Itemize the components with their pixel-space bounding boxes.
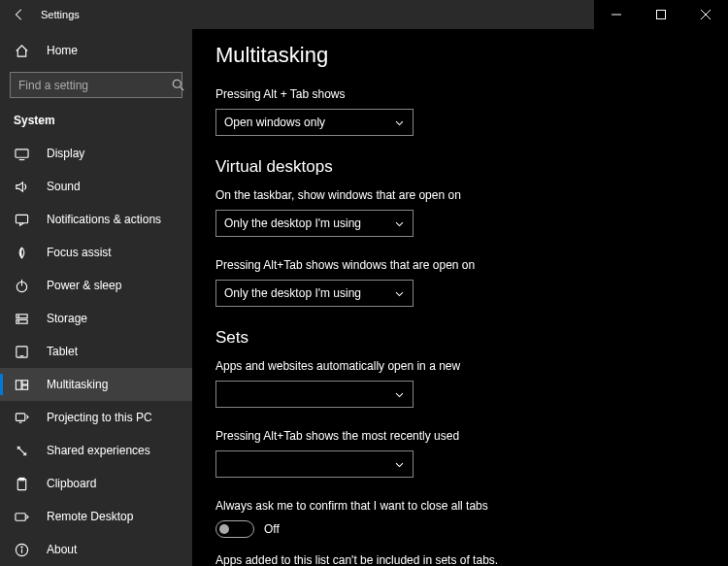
sidebar-item-notifications[interactable]: Notifications & actions (0, 203, 192, 236)
svg-rect-24 (15, 513, 24, 520)
sidebar-item-label: Shared experiences (47, 444, 150, 457)
sidebar-item-clipboard[interactable]: Clipboard (0, 467, 192, 500)
svg-rect-8 (16, 215, 27, 222)
sidebar-item-tablet[interactable]: Tablet (0, 335, 192, 368)
storage-icon (14, 311, 29, 326)
notifications-icon (14, 212, 29, 227)
svg-line-5 (181, 87, 184, 91)
sidebar-item-about[interactable]: About (0, 533, 192, 566)
sidebar-item-multitasking[interactable]: Multitasking (0, 368, 192, 401)
virtual-desktops-heading: Virtual desktops (215, 157, 705, 177)
display-icon (14, 146, 29, 161)
window-controls (594, 0, 728, 29)
taskbar-show-dropdown[interactable]: Only the desktop I'm using (215, 210, 414, 237)
tablet-icon (14, 344, 29, 359)
sidebar-home[interactable]: Home (0, 35, 192, 66)
alt-tab-dropdown[interactable]: Open windows only (215, 109, 414, 136)
sidebar-item-label: Power & sleep (47, 279, 121, 292)
sidebar-item-power-sleep[interactable]: Power & sleep (0, 269, 192, 302)
sidebar-item-shared-experiences[interactable]: Shared experiences (0, 434, 192, 467)
search-field[interactable] (18, 79, 164, 92)
taskbar-show-label: On the taskbar, show windows that are op… (215, 188, 705, 202)
dropdown-value: Only the desktop I'm using (224, 216, 361, 230)
sidebar-item-label: Projecting to this PC (47, 411, 152, 424)
svg-point-14 (17, 320, 18, 321)
sets-recent-dropdown[interactable] (215, 450, 414, 478)
minimize-button[interactable] (594, 0, 639, 29)
focus-assist-icon (14, 245, 29, 260)
titlebar-left: Settings (0, 7, 80, 22)
svg-rect-6 (15, 149, 27, 156)
svg-rect-19 (21, 384, 27, 388)
sidebar-item-label: About (47, 543, 77, 556)
clipboard-icon (14, 476, 29, 491)
titlebar: Settings (0, 0, 728, 29)
shared-experiences-icon (14, 443, 29, 458)
chevron-down-icon (394, 459, 405, 470)
svg-point-13 (17, 316, 18, 316)
sidebar: Home System Display Sound Notifications … (0, 29, 192, 566)
sets-confirm-label: Always ask me to confirm that I want to … (215, 499, 705, 513)
sidebar-home-label: Home (47, 44, 78, 57)
back-icon[interactable] (12, 7, 27, 22)
sets-open-label: Apps and websites automatically open in … (215, 359, 705, 373)
sets-exclusion-note: Apps added to this list can't be include… (215, 553, 705, 566)
sidebar-item-label: Display (47, 147, 84, 160)
search-input[interactable] (10, 72, 182, 98)
svg-point-4 (173, 80, 181, 87)
page-title: Multitasking (215, 43, 705, 68)
sets-confirm-toggle[interactable] (215, 520, 254, 538)
svg-rect-1 (657, 11, 666, 19)
dropdown-value: Open windows only (224, 116, 325, 129)
multitasking-icon (14, 377, 29, 392)
svg-line-21 (18, 448, 24, 453)
sidebar-item-label: Remote Desktop (47, 510, 133, 523)
svg-rect-20 (16, 413, 24, 420)
chevron-down-icon (394, 288, 405, 299)
sidebar-item-focus-assist[interactable]: Focus assist (0, 236, 192, 269)
svg-rect-18 (21, 380, 27, 383)
home-icon (14, 43, 29, 58)
sidebar-item-storage[interactable]: Storage (0, 302, 192, 335)
chevron-down-icon (394, 218, 405, 229)
sidebar-item-label: Clipboard (47, 477, 96, 490)
chevron-down-icon (394, 389, 405, 400)
remote-desktop-icon (14, 509, 29, 524)
sets-confirm-toggle-row: Off (215, 520, 705, 538)
sets-open-dropdown[interactable] (215, 381, 414, 408)
sound-icon (14, 179, 29, 194)
svg-point-27 (20, 546, 21, 547)
sidebar-item-label: Storage (47, 312, 87, 325)
svg-rect-17 (16, 380, 21, 388)
sidebar-item-label: Focus assist (47, 246, 112, 259)
about-icon (14, 542, 29, 557)
content: Multitasking Pressing Alt + Tab shows Op… (192, 29, 728, 566)
projecting-icon (14, 410, 29, 425)
sets-recent-label: Pressing Alt+Tab shows the most recently… (215, 429, 705, 443)
sidebar-section-label: System (0, 108, 192, 137)
toggle-knob (219, 524, 229, 534)
sidebar-item-display[interactable]: Display (0, 137, 192, 170)
sidebar-item-sound[interactable]: Sound (0, 170, 192, 203)
sidebar-item-label: Sound (47, 180, 81, 193)
search-icon (172, 79, 184, 91)
sidebar-item-label: Notifications & actions (47, 213, 161, 226)
sidebar-item-projecting[interactable]: Projecting to this PC (0, 401, 192, 434)
maximize-button[interactable] (639, 0, 683, 29)
sets-heading: Sets (215, 328, 705, 348)
toggle-state: Off (264, 522, 280, 536)
chevron-down-icon (394, 117, 405, 128)
alttab-virtual-label: Pressing Alt+Tab shows windows that are … (215, 258, 705, 272)
sidebar-item-label: Tablet (47, 345, 78, 358)
power-icon (14, 278, 29, 293)
sidebar-item-remote-desktop[interactable]: Remote Desktop (0, 500, 192, 533)
alt-tab-label: Pressing Alt + Tab shows (215, 87, 705, 101)
alttab-virtual-dropdown[interactable]: Only the desktop I'm using (215, 280, 414, 307)
window-title: Settings (41, 9, 80, 20)
main-area: Home System Display Sound Notifications … (0, 29, 728, 566)
close-button[interactable] (683, 0, 728, 29)
sidebar-item-label: Multitasking (47, 378, 108, 391)
dropdown-value: Only the desktop I'm using (224, 286, 361, 300)
